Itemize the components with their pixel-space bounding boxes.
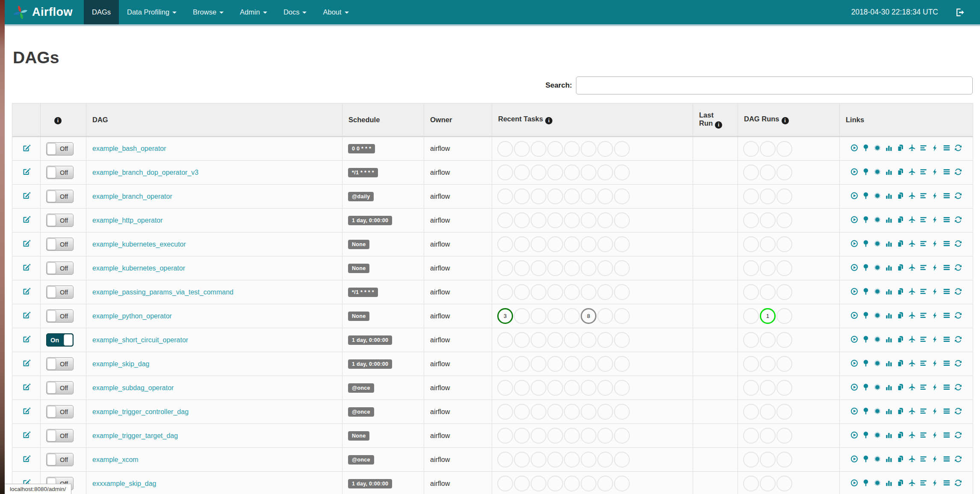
gantt-icon[interactable] xyxy=(920,168,927,176)
dag-pause-toggle[interactable]: Off xyxy=(46,238,74,251)
dag-link[interactable]: example_python_operator xyxy=(92,312,172,320)
refresh-icon[interactable] xyxy=(954,455,962,463)
task-state-circle[interactable] xyxy=(564,236,580,252)
task-tries-icon[interactable] xyxy=(897,431,904,439)
dag-link[interactable]: example_branch_operator xyxy=(92,193,172,200)
task-state-circle[interactable] xyxy=(514,476,530,491)
task-state-circle[interactable] xyxy=(564,476,580,491)
trigger-dag-icon[interactable] xyxy=(850,407,858,415)
code-view-icon[interactable] xyxy=(943,479,950,487)
task-state-circle[interactable] xyxy=(514,308,530,324)
task-state-circle[interactable] xyxy=(547,404,563,420)
task-state-circle[interactable] xyxy=(514,452,530,468)
refresh-icon[interactable] xyxy=(954,288,962,295)
landing-bolt-icon[interactable] xyxy=(931,335,939,343)
tree-view-icon[interactable] xyxy=(862,144,870,152)
code-view-icon[interactable] xyxy=(943,192,950,200)
code-view-icon[interactable] xyxy=(943,335,950,343)
task-state-circle[interactable] xyxy=(497,165,513,180)
task-state-circle[interactable] xyxy=(514,141,530,157)
landing-bolt-icon[interactable] xyxy=(931,240,939,247)
refresh-icon[interactable] xyxy=(954,407,962,415)
task-duration-icon[interactable] xyxy=(885,383,893,391)
gantt-icon[interactable] xyxy=(920,335,927,343)
task-state-circle[interactable] xyxy=(531,165,546,180)
task-state-circle[interactable] xyxy=(531,380,546,396)
landing-bolt-icon[interactable] xyxy=(931,264,939,271)
dag-pause-toggle[interactable]: Off xyxy=(46,405,74,418)
task-state-circle[interactable] xyxy=(581,284,596,300)
task-duration-icon[interactable] xyxy=(885,168,893,176)
task-state-circle[interactable] xyxy=(531,284,546,300)
task-state-circle[interactable] xyxy=(614,476,630,491)
dag-run-state-circle[interactable] xyxy=(776,308,792,324)
task-state-circle[interactable] xyxy=(547,308,563,324)
task-state-circle[interactable] xyxy=(514,188,530,204)
dag-run-state-circle[interactable] xyxy=(776,428,792,444)
edit-dag-icon[interactable] xyxy=(22,430,31,439)
dag-run-state-circle[interactable] xyxy=(743,141,759,157)
dag-pause-toggle[interactable]: Off xyxy=(46,429,74,442)
tree-view-icon[interactable] xyxy=(862,407,870,415)
task-state-circle[interactable] xyxy=(564,332,580,348)
trigger-dag-icon[interactable] xyxy=(850,168,858,176)
task-state-circle[interactable] xyxy=(597,452,613,468)
refresh-icon[interactable] xyxy=(954,264,962,271)
task-state-circle[interactable] xyxy=(597,165,613,180)
dag-run-state-circle[interactable] xyxy=(760,141,776,157)
task-state-circle[interactable] xyxy=(581,188,596,204)
landing-bolt-icon[interactable] xyxy=(931,312,939,319)
task-state-circle[interactable] xyxy=(531,356,546,372)
graph-view-icon[interactable] xyxy=(874,240,881,247)
task-state-circle[interactable] xyxy=(614,212,630,228)
dag-link[interactable]: example_kubernetes_operator xyxy=(92,265,185,272)
task-state-circle[interactable] xyxy=(564,141,580,157)
task-state-circle[interactable] xyxy=(531,476,546,491)
graph-view-icon[interactable] xyxy=(874,312,881,319)
task-state-circle[interactable] xyxy=(531,428,546,444)
task-state-circle[interactable] xyxy=(547,356,563,372)
refresh-icon[interactable] xyxy=(954,240,962,247)
schedule-badge[interactable]: 1 day, 0:00:00 xyxy=(348,359,392,369)
code-view-icon[interactable] xyxy=(943,383,950,391)
dag-link[interactable]: example_xcom xyxy=(92,456,139,463)
graph-view-icon[interactable] xyxy=(874,144,881,152)
task-state-circle[interactable] xyxy=(564,356,580,372)
dag-run-state-circle[interactable] xyxy=(760,356,776,372)
dag-run-state-circle[interactable] xyxy=(776,188,792,204)
dag-run-state-circle[interactable] xyxy=(760,332,776,348)
dag-run-state-circle[interactable] xyxy=(760,260,776,276)
edit-dag-icon[interactable] xyxy=(22,406,31,415)
task-state-circle[interactable] xyxy=(497,260,513,276)
dag-pause-toggle[interactable]: Off xyxy=(46,309,74,323)
dag-run-state-circle[interactable] xyxy=(743,428,759,444)
trigger-dag-icon[interactable] xyxy=(850,192,858,200)
task-state-circle[interactable] xyxy=(497,452,513,468)
task-state-circle[interactable] xyxy=(531,188,546,204)
trigger-dag-icon[interactable] xyxy=(850,288,858,295)
tree-view-icon[interactable] xyxy=(862,431,870,439)
landing-times-icon[interactable] xyxy=(908,479,916,487)
landing-times-icon[interactable] xyxy=(908,431,916,439)
edit-dag-icon[interactable] xyxy=(22,239,31,248)
dag-link[interactable]: example_http_operator xyxy=(92,217,163,224)
task-state-circle[interactable] xyxy=(514,404,530,420)
tree-view-icon[interactable] xyxy=(862,455,870,463)
graph-view-icon[interactable] xyxy=(874,168,881,176)
dag-run-state-circle[interactable] xyxy=(743,476,759,491)
landing-bolt-icon[interactable] xyxy=(931,455,939,463)
task-state-circle[interactable] xyxy=(597,428,613,444)
task-state-circle[interactable] xyxy=(614,308,630,324)
task-state-circle[interactable] xyxy=(514,428,530,444)
nav-item-about[interactable]: About xyxy=(315,0,357,24)
schedule-badge[interactable]: @once xyxy=(348,455,374,465)
task-state-circle[interactable] xyxy=(497,428,513,444)
dag-link[interactable]: example_passing_params_via_test_command xyxy=(92,288,233,296)
task-state-circle[interactable] xyxy=(497,236,513,252)
code-view-icon[interactable] xyxy=(943,144,950,152)
code-view-icon[interactable] xyxy=(943,431,950,439)
task-state-circle[interactable] xyxy=(614,380,630,396)
task-state-circle[interactable] xyxy=(581,141,596,157)
task-state-circle[interactable] xyxy=(547,188,563,204)
dag-link[interactable]: example_branch_dop_operator_v3 xyxy=(92,169,198,176)
